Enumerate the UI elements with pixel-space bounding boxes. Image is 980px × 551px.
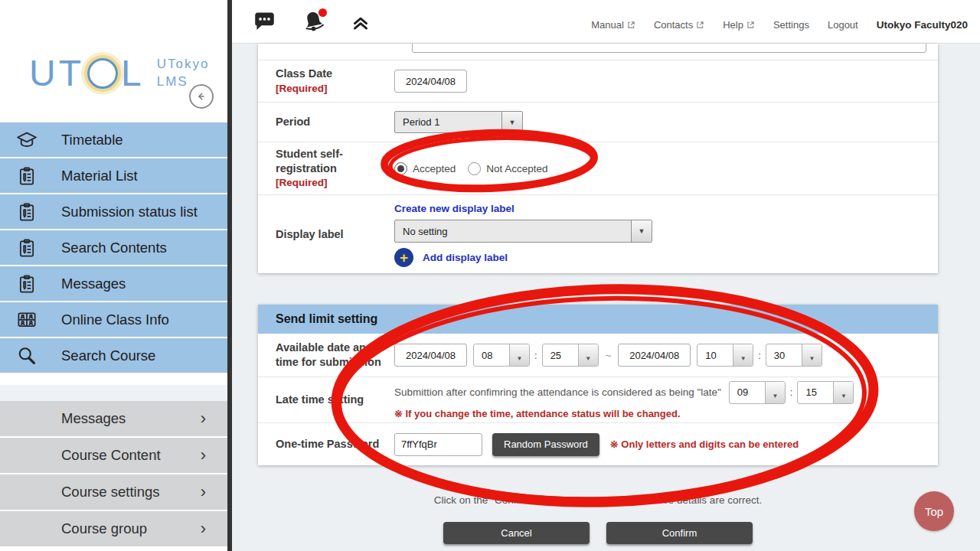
logo-text-prefix: UT	[29, 55, 84, 92]
sidebar-item-label: Search Course	[61, 347, 155, 364]
add-display-label-button[interactable]: + Add display label	[394, 248, 508, 267]
start-hour-select[interactable]: 08 ▼	[473, 344, 530, 367]
manual-link[interactable]: Manual	[591, 19, 635, 31]
late-time-label: Late time setting	[258, 393, 394, 407]
sidebar-collapse-button[interactable]	[189, 84, 214, 109]
sidebar-item-search-contents[interactable]: Search Contents	[0, 230, 227, 266]
late-hour-select[interactable]: 09 ▼	[729, 381, 786, 404]
sidebar-secondary-menu: Messages › Course Content › Course setti…	[0, 401, 227, 548]
class-date-row: Class Date [Required]	[258, 60, 938, 102]
sidebar-item-label: Timetable	[61, 132, 123, 148]
sidebar-item-course-group[interactable]: Course group ›	[0, 511, 227, 548]
logout-link[interactable]: Logout	[828, 19, 858, 31]
class-date-input[interactable]	[394, 70, 467, 93]
display-label-select[interactable]: No setting ▼	[394, 220, 652, 243]
dropdown-arrow-icon: ▼	[501, 112, 522, 132]
settings-link[interactable]: Settings	[773, 19, 809, 31]
radio-button-unselected[interactable]	[468, 162, 481, 175]
class-settings-panel: Class Date [Required] Period Period 1 ▼	[258, 44, 938, 273]
dropdown-arrow-icon[interactable]: ▼	[733, 344, 753, 366]
available-datetime-label: Available date and time for submission	[258, 341, 394, 370]
contacts-link[interactable]: Contacts	[654, 19, 704, 31]
field-label-text: Available date and time for submission	[276, 341, 390, 370]
period-label: Period	[258, 115, 394, 129]
confirm-button[interactable]: Confirm	[606, 522, 753, 544]
topbar: Manual Contacts Help Settings Logout Uto…	[232, 0, 980, 44]
sidebar-item-course-settings[interactable]: Course settings ›	[0, 474, 227, 511]
collapse-topbar-icon[interactable]	[351, 12, 371, 32]
logo-o-ring-icon	[87, 58, 118, 89]
display-label-select-value: No setting	[395, 220, 631, 242]
chat-icon[interactable]	[252, 11, 277, 34]
logout-link-label: Logout	[828, 19, 858, 31]
time-colon: :	[758, 350, 761, 361]
end-date-input[interactable]	[618, 344, 691, 367]
clipboard-icon	[14, 165, 40, 187]
time-colon: :	[534, 350, 537, 361]
sidebar-item-label: Course settings	[61, 484, 160, 500]
end-hour-select[interactable]: 10 ▼	[697, 344, 753, 367]
late-minute-value: 15	[798, 382, 833, 403]
sidebar-primary-menu: Timetable Material List Submission statu…	[0, 122, 227, 374]
sidebar-item-material-list[interactable]: Material List	[0, 158, 227, 194]
start-minute-select[interactable]: 25 ▼	[542, 344, 599, 367]
help-link[interactable]: Help	[723, 19, 755, 31]
radio-not-accepted[interactable]: Not Accepted	[468, 162, 560, 175]
search-icon	[14, 344, 40, 367]
sidebar-item-messages[interactable]: Messages	[0, 266, 227, 302]
sidebar-item-messages-group[interactable]: Messages ›	[0, 401, 227, 438]
arrow-left-icon	[194, 90, 208, 103]
main-area: Manual Contacts Help Settings Logout Uto…	[232, 0, 980, 551]
range-tilde: ~	[606, 350, 612, 361]
radio-label: Not Accepted	[486, 163, 547, 174]
help-link-label: Help	[723, 19, 743, 31]
one-time-password-input[interactable]	[394, 433, 482, 456]
dropdown-arrow-icon[interactable]: ▼	[765, 382, 785, 403]
chevron-right-icon: ›	[201, 519, 206, 539]
clipboard-icon	[14, 273, 40, 295]
logo-text-suffix: L	[121, 55, 145, 92]
send-limit-header: Send limit setting	[258, 305, 938, 334]
logo-subtitle-line1: UTokyo	[157, 57, 210, 71]
dropdown-arrow-icon[interactable]: ▼	[833, 382, 853, 403]
display-label-row: Display label Create new display label N…	[258, 194, 938, 273]
class-date-label: Class Date [Required]	[258, 67, 394, 96]
logo-subtitle-line2: LMS	[157, 74, 188, 89]
radio-accepted[interactable]: Accepted	[394, 162, 468, 175]
sidebar: UT L UTokyo LMS Timetable	[0, 0, 227, 551]
plus-icon: +	[394, 248, 413, 267]
radio-button-selected[interactable]	[394, 162, 407, 175]
random-password-button[interactable]: Random Password	[492, 433, 599, 456]
time-colon: :	[790, 386, 793, 398]
end-minute-value: 30	[766, 344, 802, 366]
dropdown-arrow-icon[interactable]: ▼	[509, 344, 529, 366]
period-row: Period Period 1 ▼	[258, 102, 938, 142]
cancel-button[interactable]: Cancel	[443, 522, 590, 544]
sidebar-item-label: Search Contents	[61, 240, 167, 256]
field-label-text: Student self-registration	[276, 147, 371, 176]
sidebar-item-label: Course group	[61, 520, 147, 537]
end-minute-select[interactable]: 30 ▼	[766, 344, 822, 367]
dropdown-arrow-icon[interactable]: ▼	[578, 344, 598, 366]
create-display-label-link[interactable]: Create new display label	[394, 203, 514, 214]
notification-bell-icon[interactable]	[300, 8, 328, 36]
start-hour-value: 08	[474, 344, 509, 366]
dropdown-arrow-icon[interactable]: ▼	[802, 344, 822, 366]
chevron-right-icon: ›	[201, 409, 206, 429]
password-rule-note: ※ Only letters and digits can be entered	[610, 439, 799, 450]
scrolled-field-partial[interactable]	[412, 44, 926, 53]
sidebar-item-timetable[interactable]: Timetable	[0, 122, 227, 158]
sidebar-item-submission-status-list[interactable]: Submission status list	[0, 194, 227, 230]
start-date-input[interactable]	[394, 344, 467, 367]
external-link-icon	[746, 21, 755, 29]
sidebar-section-gap	[0, 385, 227, 401]
scroll-to-top-button[interactable]: Top	[914, 491, 954, 531]
period-select[interactable]: Period 1 ▼	[394, 111, 523, 133]
late-minute-select[interactable]: 15 ▼	[797, 381, 854, 404]
sidebar-item-search-course[interactable]: Search Course	[0, 338, 227, 374]
sidebar-item-course-content[interactable]: Course Content ›	[0, 438, 227, 474]
late-time-warning-note: ※ If you change the time, attendance sta…	[394, 408, 681, 419]
clipboard-icon	[14, 201, 40, 223]
sidebar-item-online-class-info[interactable]: Online Class Info	[0, 302, 227, 338]
utol-logo[interactable]: UT L UTokyo LMS	[29, 55, 209, 92]
